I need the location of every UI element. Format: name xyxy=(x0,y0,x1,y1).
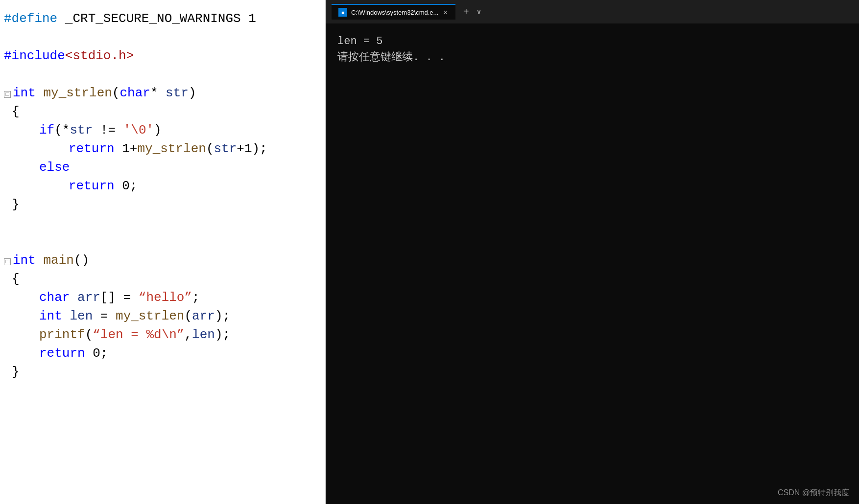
return1-kw: return xyxy=(69,140,115,159)
printf-str: “len = %d\n” xyxy=(93,326,184,344)
return0-kw: return xyxy=(69,177,115,196)
param-star: * xyxy=(150,84,166,103)
watermark: CSDN @预特别我度 xyxy=(778,488,849,498)
fn-brace-close: } xyxy=(0,196,325,214)
backslash0: \0 xyxy=(131,123,146,137)
collapse-icon-main[interactable]: □ xyxy=(4,258,11,265)
main-space xyxy=(36,252,44,270)
collapse-icon-fn[interactable]: □ xyxy=(4,91,11,98)
terminal-output-line2: 请按任意键继续. . . xyxy=(337,49,847,66)
if-keyword: if xyxy=(39,121,54,140)
terminal-body[interactable]: len = 5 请按任意键继续. . . xyxy=(326,23,859,504)
terminal-titlebar: ■ C:\Windows\system32\cmd.e... × + ∨ xyxy=(326,0,859,23)
terminal-output-line1: len = 5 xyxy=(337,33,847,49)
code-editor: #define _CRT_SECURE_NO_WARNINGS 1 #inclu… xyxy=(0,0,326,504)
printf-len-arg: len xyxy=(192,326,215,344)
if-paren-close: ) xyxy=(154,121,162,140)
new-tab-button[interactable]: + xyxy=(459,6,473,18)
main-signature-line: □ int main () xyxy=(0,252,325,270)
if-char-lit: '\0' xyxy=(123,121,154,140)
return0-val: 0; xyxy=(115,177,138,196)
arr-bracket: [] = xyxy=(100,289,139,307)
printf-close: ); xyxy=(215,326,230,344)
empty-line-1 xyxy=(0,28,325,47)
include-keyword: #include xyxy=(4,47,65,66)
terminal-panel: ■ C:\Windows\system32\cmd.e... × + ∨ len… xyxy=(326,0,859,504)
return1-param: str xyxy=(214,140,237,159)
main-brace-close: } xyxy=(0,363,325,382)
return1-args: ( xyxy=(206,140,214,159)
include-line: #include <stdio.h> xyxy=(0,47,325,66)
if-deref: * xyxy=(62,121,70,140)
main-brace-close-text: } xyxy=(12,363,20,382)
define-rest: _CRT_SECURE_NO_WARNINGS 1 xyxy=(57,10,256,28)
param-type: char xyxy=(119,84,150,103)
fn-brace-open: { xyxy=(0,103,325,121)
else-kw: else xyxy=(39,159,70,177)
main-fn-name: main xyxy=(43,252,73,270)
arr-name: arr xyxy=(77,289,100,307)
fn-name-text xyxy=(36,84,44,103)
empty-line-4 xyxy=(0,233,325,252)
return0-line: return 0; xyxy=(0,177,325,196)
main-brace-open-text: { xyxy=(12,270,20,289)
tab-dropdown-button[interactable]: ∨ xyxy=(477,8,481,16)
if-neq: != xyxy=(93,121,123,140)
arr-decl xyxy=(70,289,77,307)
char-kw: char xyxy=(39,289,70,307)
brace-open-text: { xyxy=(12,103,20,121)
printf-fn: printf xyxy=(39,326,85,344)
printf-line: printf ( “len = %d\n” , len ); xyxy=(0,326,325,344)
empty-line-2 xyxy=(0,66,325,84)
arr-str-val: “hello” xyxy=(139,289,192,307)
cmd-icon: ■ xyxy=(338,8,347,17)
if-str-param: str xyxy=(70,121,93,140)
else-line: else xyxy=(0,159,325,177)
main-brace-open: { xyxy=(0,270,325,289)
if-line: if ( * str != '\0' ) xyxy=(0,121,325,140)
return1-line: return 1+ my_strlen ( str +1); xyxy=(0,140,325,159)
tab-close-button[interactable]: × xyxy=(442,8,448,16)
len-assign: = xyxy=(93,307,116,326)
include-file: <stdio.h> xyxy=(65,47,134,66)
terminal-tab[interactable]: ■ C:\Windows\system32\cmd.e... × xyxy=(332,4,455,20)
len-arg-open: ( xyxy=(184,307,192,326)
main-return-val: 0; xyxy=(85,344,108,363)
arr-semi: ; xyxy=(192,289,200,307)
fn-mystrlen: my_strlen xyxy=(43,84,112,103)
empty-line-3 xyxy=(0,214,325,233)
define-line: #define _CRT_SECURE_NO_WARNINGS 1 xyxy=(0,10,325,28)
fn-params: ( xyxy=(112,84,120,103)
int-len-line: int len = my_strlen ( arr ); xyxy=(0,307,325,326)
printf-comma: , xyxy=(184,326,192,344)
len-space xyxy=(62,307,70,326)
main-return-kw: return xyxy=(39,344,85,363)
printf-paren: ( xyxy=(85,326,93,344)
brace-close-text: } xyxy=(12,196,20,214)
len-name: len xyxy=(70,307,93,326)
main-return-line: return 0; xyxy=(0,344,325,363)
char-arr-line: char arr [] = “hello” ; xyxy=(0,289,325,307)
define-keyword: #define xyxy=(4,10,57,28)
main-parens: () xyxy=(74,252,89,270)
fn-params-close: ) xyxy=(189,84,196,103)
return1-expr: 1+ xyxy=(115,140,138,159)
if-paren-open: ( xyxy=(54,121,62,140)
int-kw: int xyxy=(39,307,62,326)
terminal-title: C:\Windows\system32\cmd.e... xyxy=(351,9,438,16)
return1-plus1: +1); xyxy=(237,140,267,159)
cmd-icon-text: ■ xyxy=(341,10,344,15)
param-name: str xyxy=(166,84,189,103)
terminal-wrapper: len = 5 请按任意键继续. . . CSDN @预特别我度 xyxy=(326,23,859,504)
fn-return-type: int xyxy=(13,84,36,103)
len-fn: my_strlen xyxy=(116,307,184,326)
return1-fn: my_strlen xyxy=(137,140,206,159)
len-arr-arg: arr xyxy=(192,307,215,326)
len-arg-close: ); xyxy=(215,307,230,326)
fn-signature-line: □ int my_strlen ( char * str ) xyxy=(0,84,325,103)
main-return-type: int xyxy=(13,252,36,270)
